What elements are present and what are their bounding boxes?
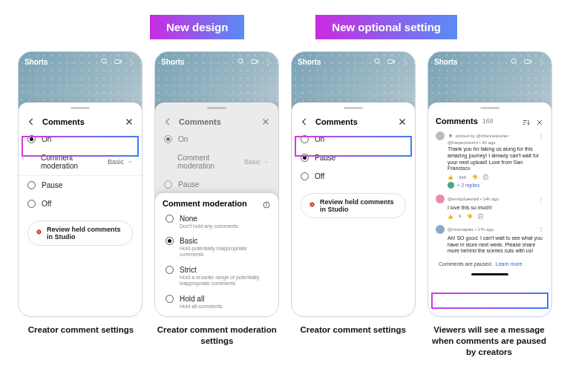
like-icon[interactable]: 👍 xyxy=(448,174,453,180)
option-pause-label: Pause xyxy=(42,181,62,189)
search-icon xyxy=(373,57,382,66)
option-on-label: On xyxy=(315,135,324,143)
pin-icon xyxy=(448,133,453,139)
badge-new-design: New design xyxy=(150,15,244,39)
phone-creator-settings-moderation-row: Shorts Comments On xyxy=(18,51,142,317)
close-icon[interactable] xyxy=(124,117,134,127)
drag-handle-icon[interactable] xyxy=(480,107,499,109)
option-on[interactable]: On xyxy=(292,130,415,148)
svg-rect-2 xyxy=(115,60,120,64)
svg-rect-10 xyxy=(252,60,257,64)
review-held-button[interactable]: Review held comments in Studio xyxy=(301,193,406,218)
option-off[interactable]: Off xyxy=(292,167,415,186)
strict-desc: Hold a broader range of potentially inap… xyxy=(180,275,268,287)
reply-icon[interactable]: 💬 xyxy=(478,214,483,219)
more-icon xyxy=(127,57,136,66)
sort-icon[interactable] xyxy=(522,117,531,125)
shorts-title: Shorts xyxy=(161,58,185,66)
strict-label: Strict xyxy=(180,266,197,274)
none-label: None xyxy=(180,215,197,223)
close-icon xyxy=(261,117,271,127)
back-icon[interactable] xyxy=(299,117,309,127)
option-off[interactable]: Off xyxy=(19,195,142,213)
more-icon xyxy=(537,57,546,66)
back-icon xyxy=(163,117,173,127)
shorts-title: Shorts xyxy=(434,58,458,66)
more-icon[interactable]: ⋮ xyxy=(538,133,544,140)
svg-point-3 xyxy=(131,59,132,60)
review-held-button[interactable]: Review held comments in Studio xyxy=(27,220,133,246)
comment-meta: @ninanaples • 17h ago xyxy=(448,227,494,232)
svg-point-17 xyxy=(375,59,379,63)
svg-point-22 xyxy=(404,64,405,65)
drag-handle-icon[interactable] xyxy=(344,107,363,109)
moderation-label: Comment moderation xyxy=(177,154,238,170)
basic-desc: Hold potentially inappropriate comments xyxy=(180,246,268,258)
back-icon[interactable] xyxy=(26,117,36,127)
moderation-option-none[interactable]: None Don't hold any comments xyxy=(155,211,278,233)
comment-body: I love this so much! xyxy=(448,205,544,212)
like-count: 9 xyxy=(459,214,461,218)
comment-item: @ninanaples • 17h ago⋮ Ah! SO good. I ca… xyxy=(428,222,551,258)
camera-icon xyxy=(387,57,396,66)
row-comment-moderation[interactable]: Comment moderation Basic xyxy=(19,148,142,175)
svg-point-8 xyxy=(238,59,243,63)
search-icon xyxy=(100,57,109,66)
radio-pause-icon xyxy=(27,181,36,189)
radio-on-icon xyxy=(27,135,36,143)
svg-point-0 xyxy=(102,59,106,63)
studio-icon xyxy=(36,229,42,238)
learn-more-link[interactable]: Learn more xyxy=(496,261,522,267)
comments-title: Comments xyxy=(436,117,478,125)
comments-count: 168 xyxy=(482,117,494,125)
svg-point-4 xyxy=(131,61,132,62)
option-on-label: On xyxy=(178,135,188,143)
shorts-title: Shorts xyxy=(24,58,48,66)
option-on-label: On xyxy=(42,135,51,143)
moderation-option-strict[interactable]: Strict Hold a broader range of potential… xyxy=(155,262,278,291)
more-icon[interactable]: ⋮ xyxy=(538,196,544,203)
svg-point-25 xyxy=(511,59,516,63)
moderation-option-holdall[interactable]: Hold all Hold all comments xyxy=(155,291,278,313)
moderation-value: Basic xyxy=(244,158,261,166)
paused-banner: Comments are paused. Learn more xyxy=(434,258,546,270)
studio-icon xyxy=(309,201,315,210)
svg-point-30 xyxy=(540,64,542,65)
comment-meta: @harpersworld • 2h ago xyxy=(448,140,544,145)
drag-handle-icon[interactable] xyxy=(71,107,90,109)
camera-icon xyxy=(114,57,122,66)
reply-icon[interactable]: 💬 xyxy=(483,174,488,180)
caption-2: Creator comment moderation settings xyxy=(154,324,280,358)
holdall-label: Hold all xyxy=(180,295,204,303)
like-icon[interactable]: 👍 xyxy=(448,214,453,219)
option-off-label: Off xyxy=(42,200,51,208)
option-pause[interactable]: Pause xyxy=(292,148,415,167)
none-desc: Don't hold any comments xyxy=(180,223,268,229)
review-label: Review held comments in Studio xyxy=(47,226,125,241)
comment-item: @emilydoesitall • 14h ago⋮ I love this s… xyxy=(428,192,551,222)
dislike-icon[interactable]: 👎 xyxy=(467,214,472,219)
dislike-icon[interactable]: 👎 xyxy=(472,174,477,180)
review-label: Review held comments in Studio xyxy=(320,198,398,213)
search-icon xyxy=(510,57,519,66)
moderation-option-basic[interactable]: Basic Hold potentially inappropriate com… xyxy=(155,233,278,262)
info-icon[interactable] xyxy=(262,199,271,208)
moderation-label: Comment moderation xyxy=(41,154,102,170)
like-count: 340 xyxy=(459,175,466,180)
replies-link[interactable]: + 2 replies xyxy=(448,182,544,189)
chevron-down-icon xyxy=(127,159,133,165)
caption-1: Creator comment settings xyxy=(18,324,144,358)
option-on[interactable]: On xyxy=(19,130,142,148)
comment-meta: @emilydoesitall • 14h ago xyxy=(448,197,499,201)
close-icon[interactable] xyxy=(397,117,407,127)
option-pause-label: Pause xyxy=(178,180,199,189)
pinned-label: pinned by @channelowner xyxy=(456,134,508,138)
option-pause[interactable]: Pause xyxy=(19,176,142,195)
sheet-title: Comments xyxy=(315,117,391,126)
more-icon[interactable]: ⋮ xyxy=(538,226,544,232)
basic-label: Basic xyxy=(180,237,197,245)
comment-body: Thank you for taking us along for this a… xyxy=(448,146,544,172)
close-icon[interactable] xyxy=(535,117,544,125)
home-indicator xyxy=(471,273,508,275)
svg-point-13 xyxy=(267,64,269,65)
